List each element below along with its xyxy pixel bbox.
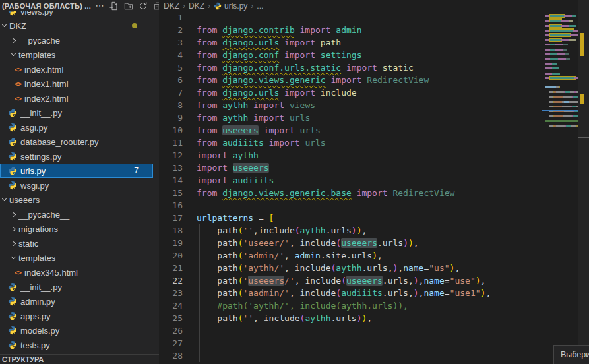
tree-item--init-py[interactable]: __init__.py bbox=[0, 280, 153, 294]
tree-item-models-py[interactable]: models.py bbox=[0, 323, 153, 338]
breadcrumb-item-symbol[interactable]: ... bbox=[257, 1, 263, 11]
line-number[interactable]: 23 bbox=[159, 287, 195, 299]
tree-item-migrations[interactable]: migrations bbox=[0, 222, 153, 236]
line-number[interactable]: 19 bbox=[159, 237, 195, 249]
code-line-20[interactable]: path('admin/', admin.site.urls), bbox=[197, 249, 553, 262]
line-number[interactable]: 14 bbox=[159, 174, 195, 187]
code-token: urlpatterns bbox=[197, 213, 253, 223]
code-line-21[interactable]: path('aythh/', include(aythh.urls,),name… bbox=[197, 262, 553, 274]
code-line-14[interactable]: import audiiits bbox=[197, 174, 553, 187]
code-line-26[interactable] bbox=[197, 324, 553, 337]
tree-item-templates[interactable]: templates bbox=[0, 47, 153, 62]
tree-item-static[interactable]: static bbox=[0, 236, 153, 251]
tree-item--init-py[interactable]: __init__.py bbox=[0, 106, 153, 120]
tree-item-dkz[interactable]: DKZ bbox=[0, 18, 153, 33]
collapse-all-icon[interactable] bbox=[152, 1, 159, 11]
line-number[interactable]: 25 bbox=[159, 312, 195, 324]
line-number[interactable]: 18 bbox=[159, 224, 195, 237]
code-line-27[interactable] bbox=[197, 337, 553, 349]
line-number[interactable]: 11 bbox=[159, 136, 195, 149]
code-line-7[interactable]: from django.urls import include bbox=[197, 86, 553, 99]
minimap[interactable] bbox=[542, 10, 578, 142]
line-number[interactable]: 8 bbox=[159, 99, 195, 111]
scrollbar-overview-ruler[interactable] bbox=[578, 0, 589, 364]
tree-item-urls-py[interactable]: urls.py7 bbox=[0, 164, 153, 178]
code-line-24[interactable]: #path('aythh/', include(aythh.urls)), bbox=[197, 299, 553, 312]
tree-item-settings-py[interactable]: settings.py bbox=[0, 149, 153, 164]
line-number[interactable]: 27 bbox=[159, 337, 195, 349]
code-token: aythh bbox=[336, 263, 361, 273]
code-line-8[interactable]: from aythh import views bbox=[197, 99, 553, 111]
line-number[interactable]: 7 bbox=[159, 86, 195, 99]
tree-item-index-html[interactable]: <>index.html bbox=[0, 62, 153, 76]
line-number[interactable]: 20 bbox=[159, 249, 195, 262]
breadcrumb-item[interactable]: DKZ bbox=[164, 1, 179, 11]
tree-item--pycache-[interactable]: __pycache__ bbox=[0, 33, 153, 47]
tree-item-label: models.py bbox=[20, 326, 59, 336]
code-line-11[interactable]: from audiiits import urls bbox=[197, 136, 553, 149]
minimap-line-segment bbox=[563, 49, 567, 51]
tree-item-admin-py[interactable]: admin.py bbox=[0, 294, 153, 309]
code-line-15[interactable]: from django.views.generic.base import Re… bbox=[197, 187, 553, 199]
code-line-25[interactable]: path('', include(aythh.urls)), bbox=[197, 312, 553, 324]
code-line-23[interactable]: path('aadmin/', include(audiiits.urls,),… bbox=[197, 287, 553, 299]
line-number[interactable]: 1 bbox=[159, 11, 195, 24]
code-line-13[interactable]: import useeers bbox=[197, 162, 553, 174]
outline-section-header[interactable]: СТРУКТУРА bbox=[0, 354, 159, 364]
line-number[interactable]: 2 bbox=[159, 24, 195, 36]
line-number[interactable]: 28 bbox=[159, 349, 195, 362]
tree-item-index345-html[interactable]: <>index345.html bbox=[0, 265, 153, 280]
tree-item-apps-py[interactable]: apps.py bbox=[0, 309, 153, 323]
line-number[interactable]: 12 bbox=[159, 149, 195, 162]
code-line-6[interactable]: from django.views.generic import Redirec… bbox=[197, 74, 553, 86]
line-number[interactable]: 17 bbox=[159, 212, 195, 224]
code-token: ( bbox=[341, 276, 346, 286]
more-actions-icon[interactable]: ⋯ bbox=[94, 1, 106, 11]
python-file-icon bbox=[8, 326, 17, 335]
code-line-17[interactable]: urlpatterns = [ bbox=[197, 212, 553, 224]
line-number[interactable]: 13 bbox=[159, 162, 195, 174]
code-line-12[interactable]: import aythh bbox=[197, 149, 553, 162]
code-line-16[interactable] bbox=[197, 199, 553, 212]
line-number[interactable]: 6 bbox=[159, 74, 195, 86]
new-folder-icon[interactable] bbox=[123, 1, 135, 11]
line-number[interactable]: 9 bbox=[159, 111, 195, 124]
tree-item--pycache-[interactable]: __pycache__ bbox=[0, 207, 153, 222]
code-line-22[interactable]: path('useeers/', include(useeers.urls,),… bbox=[197, 274, 553, 287]
code-line-19[interactable]: path('useeer/', include(useeers.urls)), bbox=[197, 237, 553, 249]
code-line-1[interactable] bbox=[197, 11, 553, 24]
breadcrumb-item[interactable]: DKZ bbox=[189, 1, 204, 11]
line-number[interactable]: 10 bbox=[159, 124, 195, 136]
code-line-9[interactable]: from aythh import urls bbox=[197, 111, 553, 124]
refresh-icon[interactable] bbox=[137, 1, 149, 11]
tree-item-wsgi-py[interactable]: wsgi.py bbox=[0, 178, 153, 193]
line-number[interactable]: 22 bbox=[159, 274, 195, 287]
tree-item-database-roouter-py[interactable]: database_roouter.py bbox=[0, 135, 153, 149]
line-number[interactable]: 5 bbox=[159, 61, 195, 74]
code-token: useeers bbox=[248, 276, 284, 286]
tree-item-index1-html[interactable]: <>index1.html bbox=[0, 76, 153, 91]
new-file-icon[interactable] bbox=[108, 1, 120, 11]
code-line-28[interactable] bbox=[197, 349, 553, 362]
line-number[interactable]: 26 bbox=[159, 324, 195, 337]
tree-item-index2-html[interactable]: <>index2.html bbox=[0, 91, 153, 106]
code-line-5[interactable]: from django.conf.urls.static import stat… bbox=[197, 61, 553, 74]
line-number[interactable]: 21 bbox=[159, 262, 195, 274]
code-line-3[interactable]: from django.urls import path bbox=[197, 36, 553, 49]
line-number[interactable]: 15 bbox=[159, 187, 195, 199]
line-number[interactable]: 16 bbox=[159, 199, 195, 212]
code-line-10[interactable]: from useeers import urls bbox=[197, 124, 553, 136]
tree-item-tests-py[interactable]: tests.py bbox=[0, 338, 153, 352]
tree-item-asgi-py[interactable]: asgi.py bbox=[0, 120, 153, 135]
line-number[interactable]: 24 bbox=[159, 299, 195, 312]
code-token: settings bbox=[321, 50, 362, 60]
breadcrumb-item-file[interactable]: urls.py bbox=[224, 1, 247, 11]
code-line-2[interactable]: from django.contrib import admin bbox=[197, 24, 553, 36]
minimap-line-segment bbox=[565, 53, 569, 55]
code-line-4[interactable]: from django.conf import settings bbox=[197, 49, 553, 61]
tree-item-templates[interactable]: templates bbox=[0, 251, 153, 265]
line-number[interactable]: 3 bbox=[159, 36, 195, 49]
tree-item-useeers[interactable]: useeers bbox=[0, 193, 153, 207]
line-number[interactable]: 4 bbox=[159, 49, 195, 61]
code-line-18[interactable]: path('',include(aythh.urls)), bbox=[197, 224, 553, 237]
